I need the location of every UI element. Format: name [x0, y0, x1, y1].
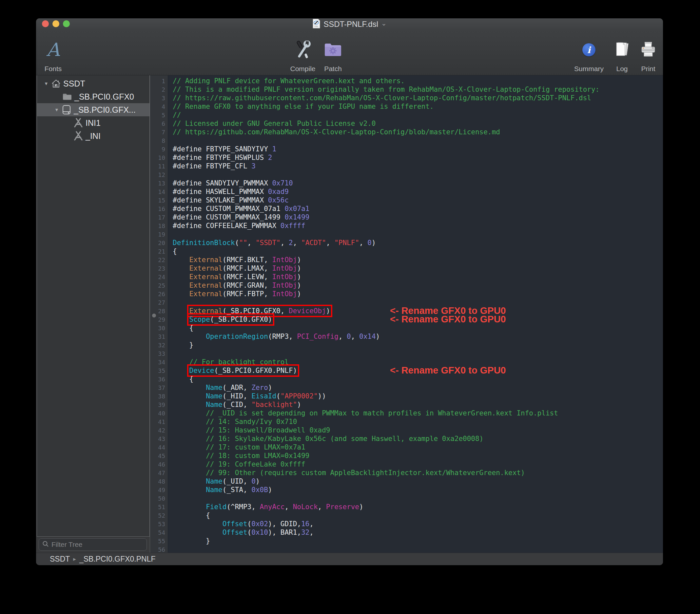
code-line[interactable]: 50: [150, 494, 663, 503]
code-line[interactable]: 26 External(RMCF.FBTP, IntObj): [150, 290, 663, 298]
code-line[interactable]: 38 Name(_HID, EisaId("APP0002")): [150, 392, 663, 400]
line-number: 11: [150, 163, 168, 170]
disclosure-triangle-icon[interactable]: ▼: [53, 107, 61, 112]
code-line[interactable]: 30 {: [150, 324, 663, 332]
code-line[interactable]: 13#define SANDYIVY_PWMMAX 0x710: [150, 179, 663, 187]
code-line[interactable]: 52 {: [150, 511, 663, 519]
fonts-icon: A: [47, 35, 60, 65]
code-line[interactable]: 39 Name(_CID, "backlight"): [150, 400, 663, 409]
code-line[interactable]: 49 Name(_STA, 0x0B): [150, 486, 663, 494]
code-line[interactable]: 46 // 19: CoffeeLake 0xffff: [150, 460, 663, 468]
filter-tree-field[interactable]: [39, 538, 147, 551]
code-line[interactable]: 16#define CUSTOM_PWMMAX_07a1 0x07a1: [150, 204, 663, 213]
breadcrumb-root: SSDT: [50, 555, 70, 564]
patch-icon: [324, 35, 342, 65]
code-line[interactable]: 19: [150, 230, 663, 239]
code-line[interactable]: 1// Adding PNLF device for WhateverGreen…: [150, 77, 663, 85]
code-line[interactable]: 32 }: [150, 341, 663, 349]
code-line[interactable]: 24 External(RMCF.LEVW, IntObj): [150, 273, 663, 281]
line-number: 36: [150, 376, 168, 383]
compile-icon: [294, 35, 312, 65]
code-line[interactable]: 5//: [150, 111, 663, 119]
tree-item-gfx0-folder[interactable]: _SB.PCI0.GFX0: [37, 90, 149, 103]
line-number: 40: [150, 410, 168, 417]
print-icon: [640, 35, 657, 65]
line-number: 26: [150, 291, 168, 298]
rename-annotation: <- Rename GFX0 to GPU0: [390, 314, 506, 324]
title-chevron-icon[interactable]: ⌄: [381, 19, 387, 27]
window-title-group[interactable]: DSL SSDT-PNLF.dsl ⌄: [36, 18, 663, 30]
tree-item-ssdt[interactable]: ▼ SSDT: [37, 77, 149, 90]
line-number: 50: [150, 495, 168, 502]
code-line[interactable]: 11#define FBTYPE_CFL 3: [150, 162, 663, 171]
line-number: 21: [150, 248, 168, 255]
line-number: 51: [150, 504, 168, 511]
code-editor[interactable]: 1// Adding PNLF device for WhateverGreen…: [150, 75, 663, 553]
code-line[interactable]: 25 External(RMCF.GRAN, IntObj): [150, 281, 663, 290]
code-line[interactable]: 53 Offset(0x02), GDID,16,: [150, 519, 663, 528]
code-line[interactable]: 3// https://raw.githubusercontent.com/Re…: [150, 94, 663, 102]
code-line[interactable]: 54 Offset(0x10), BAR1,32,: [150, 528, 663, 537]
patch-button[interactable]: Patch: [310, 32, 356, 73]
line-number: 49: [150, 487, 168, 493]
code-line[interactable]: 14#define HASWELL_PWMMAX 0xad9: [150, 187, 663, 196]
code-line[interactable]: 9#define FBTYPE_SANDYIVY 1: [150, 145, 663, 153]
code-line[interactable]: 4// Rename GFX0 to anything else if your…: [150, 102, 663, 111]
print-button[interactable]: Print: [625, 32, 663, 73]
code-line[interactable]: 18#define COFFEELAKE_PWMMAX 0xffff: [150, 222, 663, 230]
line-number: 34: [150, 359, 168, 366]
tree-item-ini1[interactable]: INI1: [37, 116, 149, 129]
line-number: 10: [150, 154, 168, 161]
line-number: 4: [150, 103, 168, 110]
code-line[interactable]: 56: [150, 545, 663, 553]
code-line[interactable]: 17#define CUSTOM_PWMMAX_1499 0x1499: [150, 213, 663, 222]
folder-icon: [61, 93, 73, 100]
line-number: 17: [150, 214, 168, 221]
line-number: 47: [150, 469, 168, 476]
code-line[interactable]: 2// This is a modified PNLF version orig…: [150, 85, 663, 94]
line-number: 20: [150, 239, 168, 246]
line-number: 48: [150, 478, 168, 485]
breadcrumb-leaf: _SB.PCI0.GFX0.PNLF: [79, 555, 156, 564]
code-line[interactable]: 36 {: [150, 375, 663, 383]
red-highlight-box: External(_SB.PCI0.GFX0, DeviceObj): [189, 307, 330, 315]
line-number: 32: [150, 342, 168, 349]
app-window: DSL SSDT-PNLF.dsl ⌄ A Fonts: [36, 18, 663, 565]
code-line[interactable]: 43 // 16: Skylake/KabyLake 0x56c (and so…: [150, 435, 663, 443]
code-line[interactable]: 37 Name(_ADR, Zero): [150, 383, 663, 392]
filter-tree-input[interactable]: [51, 541, 143, 549]
code-line[interactable]: 8: [150, 136, 663, 145]
code-line[interactable]: 12: [150, 171, 663, 179]
bookmark-dot-icon[interactable]: [152, 314, 156, 317]
device-icon: [61, 105, 72, 115]
toolbar: A Fonts Compile: [36, 30, 663, 75]
disclosure-triangle-icon[interactable]: ▼: [42, 81, 50, 86]
code-line[interactable]: 21{: [150, 247, 663, 255]
tree-item-gfx0-device[interactable]: ▼ _SB.PCI0.GFX...: [37, 103, 149, 116]
code-line[interactable]: 55 }: [150, 537, 663, 545]
tree-item-ini[interactable]: _INI: [37, 129, 149, 142]
code-line[interactable]: 20DefinitionBlock("", "SSDT", 2, "ACDT",…: [150, 239, 663, 247]
code-line[interactable]: 51 Field(^RMP3, AnyAcc, NoLock, Preserve…: [150, 503, 663, 511]
code-line[interactable]: 44 // 17: custom LMAX=0x7a1: [150, 443, 663, 451]
code-line[interactable]: 47 // 99: Other (requires custom AppleBa…: [150, 468, 663, 477]
code-line[interactable]: 6// Licensed under GNU General Public Li…: [150, 119, 663, 128]
code-line[interactable]: 23 External(RMCF.LMAX, IntObj): [150, 264, 663, 273]
breadcrumb-separator-icon: ▸: [73, 556, 76, 563]
code-line[interactable]: 45 // 18: custom LMAX=0x1499: [150, 451, 663, 460]
code-line[interactable]: 22 External(RMCF.BKLT, IntObj): [150, 255, 663, 264]
code-line[interactable]: 33: [150, 349, 663, 358]
line-number: 56: [150, 546, 168, 553]
code-line[interactable]: 48 Name(_UID, 0): [150, 477, 663, 486]
code-line[interactable]: 41 // 14: Sandy/Ivy 0x710: [150, 417, 663, 426]
code-line[interactable]: 42 // 15: Haswell/Broadwell 0xad9: [150, 426, 663, 435]
line-number: 22: [150, 256, 168, 263]
code-line[interactable]: 7// https://github.com/RehabMan/OS-X-Clo…: [150, 128, 663, 136]
code-line[interactable]: 31 OperationRegion(RMP3, PCI_Config, 0, …: [150, 332, 663, 341]
line-number: 28: [150, 308, 168, 315]
fonts-button[interactable]: A Fonts: [36, 32, 76, 73]
code-line[interactable]: 10#define FBTYPE_HSWPLUS 2: [150, 153, 663, 162]
code-line[interactable]: 40 // _UID is set depending on PWMMax to…: [150, 409, 663, 417]
line-number: 37: [150, 384, 168, 391]
code-line[interactable]: 15#define SKYLAKE_PWMMAX 0x56c: [150, 196, 663, 204]
